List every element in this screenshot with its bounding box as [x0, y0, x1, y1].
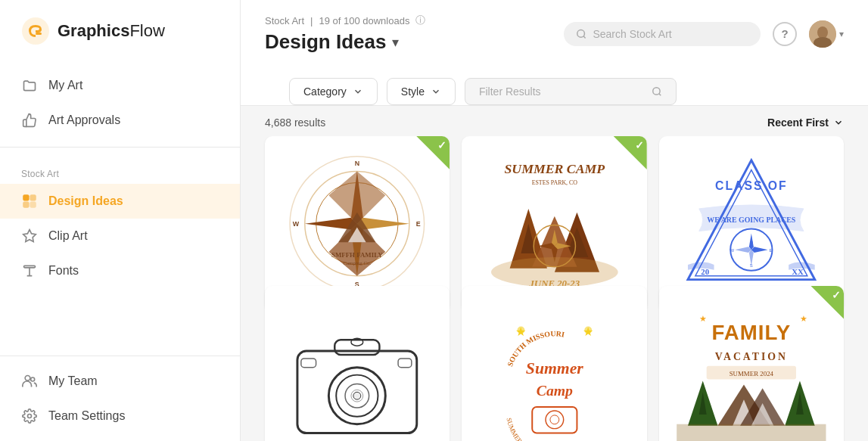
thumbs-up-icon	[21, 112, 38, 129]
svg-rect-66	[335, 340, 380, 355]
avatar-chevron: ▾	[839, 29, 844, 39]
art-card-5[interactable]: ★ ★ SOUTH MISSOURI Summer Camp SUMMER AD…	[462, 286, 646, 442]
sort-button[interactable]: Recent First	[767, 116, 844, 129]
svg-point-10	[28, 415, 32, 418]
svg-text:ESTES PARK, CO: ESTES PARK, CO	[531, 180, 577, 187]
art-summer-camp: SUMMER CAMP ESTES PARK, CO JUNE 20-23	[476, 149, 633, 298]
logo: GraphicsFlow	[0, 0, 240, 62]
sidebar: GraphicsFlow My Art Art Approvals Stock …	[0, 0, 241, 441]
svg-point-9	[31, 377, 35, 381]
header-top: Stock Art | 19 of 100 downloads ⓘ Design…	[265, 14, 844, 54]
art-compass-camping: SMFFH FAMILY Camping Co. N S W E	[278, 149, 436, 298]
svg-rect-7	[24, 266, 36, 268]
avatar-button[interactable]: ▾	[809, 20, 844, 48]
svg-text:★: ★	[800, 313, 807, 322]
search-bar[interactable]	[564, 22, 761, 46]
svg-text:SUMMER 2024: SUMMER 2024	[730, 370, 774, 377]
svg-marker-6	[23, 230, 36, 242]
art-family-vacation: FAMILY VACATION SUMMER 2024 ★ ★	[673, 299, 830, 441]
svg-text:N: N	[750, 241, 753, 246]
svg-text:N: N	[355, 160, 359, 167]
header: Stock Art | 19 of 100 downloads ⓘ Design…	[241, 0, 868, 106]
page-title: Design Ideas	[265, 30, 386, 54]
svg-marker-56	[735, 247, 751, 253]
header-left: Stock Art | 19 of 100 downloads ⓘ Design…	[265, 14, 425, 54]
sidebar-item-team-settings[interactable]: Team Settings	[0, 399, 240, 433]
svg-point-82	[550, 415, 559, 424]
category-label: Category	[303, 85, 347, 98]
svg-text:SUMMER CAMP: SUMMER CAMP	[504, 161, 605, 176]
folder-icon	[21, 77, 38, 94]
svg-text:SUMMER ADVENTURES: SUMMER ADVENTURES	[505, 417, 561, 441]
sidebar-item-clip-art[interactable]: Clip Art	[0, 219, 240, 253]
svg-point-84	[517, 326, 524, 334]
svg-text:WE ARE GOING PLACES: WE ARE GOING PLACES	[707, 216, 795, 224]
sidebar-item-fonts[interactable]: Fonts	[0, 253, 240, 288]
chevron-down-icon	[431, 86, 441, 97]
help-button[interactable]: ?	[773, 22, 797, 46]
design-icon	[21, 193, 38, 210]
sidebar-item-label: Design Ideas	[48, 194, 123, 208]
avatar	[809, 20, 836, 48]
chevron-down-icon	[353, 86, 363, 97]
divider	[0, 147, 240, 148]
svg-point-14	[817, 26, 828, 39]
svg-point-74	[353, 392, 361, 399]
svg-text:E: E	[416, 220, 421, 228]
art-card-4[interactable]	[265, 286, 450, 442]
style-filter-button[interactable]: Style	[387, 78, 456, 105]
chevron-down-icon	[833, 117, 844, 128]
category-filter-button[interactable]: Category	[289, 78, 378, 105]
svg-point-16	[653, 88, 660, 95]
svg-marker-57	[751, 247, 768, 253]
art-card-6[interactable]: FAMILY VACATION SUMMER 2024 ★ ★	[659, 286, 844, 442]
svg-text:VACATION: VACATION	[715, 351, 788, 362]
sidebar-item-label: Fonts	[48, 264, 79, 278]
sidebar-item-label: My Art	[48, 79, 82, 92]
svg-point-8	[25, 376, 30, 381]
svg-rect-98	[677, 424, 826, 441]
search-input[interactable]	[593, 28, 748, 40]
team-icon	[21, 373, 38, 390]
svg-rect-72	[398, 359, 412, 368]
sidebar-item-label: Clip Art	[48, 229, 88, 243]
svg-text:★: ★	[699, 313, 707, 322]
title-dropdown-chevron[interactable]: ▾	[392, 34, 399, 51]
sidebar-item-my-art[interactable]: My Art	[0, 68, 240, 103]
svg-rect-5	[30, 202, 36, 207]
results-row: 4,688 results Recent First	[241, 106, 868, 136]
svg-rect-2	[23, 195, 29, 200]
svg-line-17	[659, 94, 661, 96]
svg-text:SMFFH FAMILY: SMFFH FAMILY	[331, 251, 383, 259]
svg-text:Summer: Summer	[526, 359, 583, 377]
filter-placeholder: Filter Results	[479, 85, 541, 98]
results-count: 4,688 results	[265, 116, 325, 129]
sidebar-item-label: Team Settings	[48, 409, 125, 423]
sidebar-item-label: My Team	[48, 374, 98, 388]
info-icon[interactable]: ⓘ	[415, 14, 425, 27]
sidebar-item-art-approvals[interactable]: Art Approvals	[0, 103, 240, 138]
filter-results-input[interactable]: Filter Results	[465, 78, 677, 105]
art-grid: SMFFH FAMILY Camping Co. N S W E	[241, 136, 868, 441]
search-icon	[652, 86, 662, 97]
svg-text:E: E	[769, 249, 772, 253]
svg-line-12	[583, 36, 586, 38]
page-title-row: Design Ideas ▾	[265, 30, 425, 54]
logo-text: GraphicsFlow	[58, 21, 165, 41]
fonts-icon	[21, 262, 38, 279]
svg-text:Camp: Camp	[536, 382, 572, 399]
svg-rect-3	[30, 195, 36, 200]
svg-point-85	[584, 326, 592, 334]
svg-text:Camping Co.: Camping Co.	[344, 260, 372, 266]
breadcrumb: Stock Art | 19 of 100 downloads ⓘ	[265, 14, 425, 27]
clip-art-icon	[21, 228, 38, 244]
sidebar-item-my-team[interactable]: My Team	[0, 364, 240, 399]
sort-label: Recent First	[767, 116, 829, 129]
art-summer-camp2: ★ ★ SOUTH MISSOURI Summer Camp SUMMER AD…	[476, 299, 633, 441]
svg-point-48	[491, 257, 618, 287]
sidebar-bottom: My Team Team Settings	[0, 356, 240, 441]
svg-text:W: W	[293, 220, 300, 228]
sidebar-item-label: Art Approvals	[48, 113, 120, 127]
svg-text:S: S	[750, 263, 753, 268]
sidebar-item-design-ideas[interactable]: Design Ideas	[0, 184, 240, 219]
